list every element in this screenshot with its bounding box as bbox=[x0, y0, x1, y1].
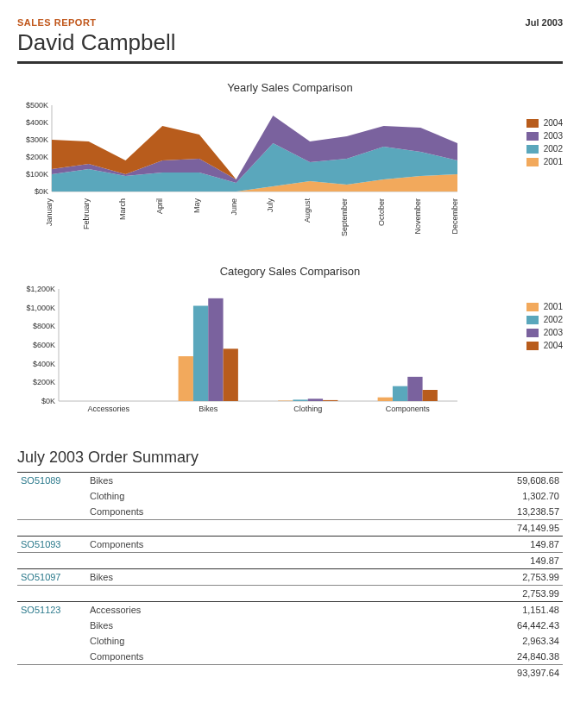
table-row: Clothing1,302.70 bbox=[17, 488, 563, 504]
svg-text:December: December bbox=[451, 198, 459, 235]
svg-text:October: October bbox=[377, 198, 386, 226]
table-row: SO51093Components149.87 bbox=[17, 537, 563, 553]
svg-text:$1,000K: $1,000K bbox=[26, 304, 55, 312]
order-id[interactable] bbox=[17, 649, 86, 665]
legend-item: 2003 bbox=[526, 328, 563, 337]
order-category: Clothing bbox=[86, 488, 350, 504]
svg-text:April: April bbox=[155, 198, 164, 214]
svg-text:$600K: $600K bbox=[33, 341, 55, 349]
legend-swatch bbox=[526, 342, 539, 350]
svg-text:$100K: $100K bbox=[26, 170, 48, 179]
header-rule bbox=[17, 61, 563, 64]
svg-text:September: September bbox=[340, 198, 349, 236]
svg-text:$0K: $0K bbox=[35, 187, 48, 196]
table-row: Bikes64,442.43 bbox=[17, 618, 563, 633]
legend-label: 2004 bbox=[544, 341, 563, 350]
order-id[interactable] bbox=[17, 488, 86, 504]
svg-rect-40 bbox=[293, 399, 307, 401]
legend-label: 2002 bbox=[544, 144, 563, 154]
svg-text:May: May bbox=[192, 198, 201, 214]
svg-rect-36 bbox=[208, 298, 223, 401]
order-id[interactable] bbox=[17, 504, 86, 520]
order-summary-title: July 2003 Order Summary bbox=[17, 449, 563, 467]
table-row: Components24,840.38 bbox=[17, 649, 563, 665]
svg-rect-42 bbox=[323, 400, 337, 401]
svg-rect-45 bbox=[393, 386, 407, 401]
svg-text:$300K: $300K bbox=[26, 135, 48, 144]
report-label: SALES REPORT bbox=[17, 17, 563, 28]
chart-title: Category Sales Comparison bbox=[17, 265, 563, 278]
order-category: Components bbox=[86, 504, 350, 520]
legend-item: 2002 bbox=[526, 315, 563, 324]
svg-text:Accessories: Accessories bbox=[87, 405, 129, 413]
svg-text:$200K: $200K bbox=[33, 378, 55, 386]
svg-text:$800K: $800K bbox=[33, 322, 55, 330]
legend-item: 2001 bbox=[526, 302, 563, 311]
report-name: David Campbell bbox=[17, 29, 563, 56]
svg-text:$400K: $400K bbox=[33, 360, 55, 368]
svg-rect-47 bbox=[423, 390, 438, 401]
legend-swatch bbox=[526, 329, 539, 337]
order-category: Bikes bbox=[86, 569, 350, 586]
order-subtotal-row: 149.87 bbox=[17, 553, 563, 569]
svg-text:$400K: $400K bbox=[26, 118, 48, 127]
order-subtotal-row: 74,149.95 bbox=[17, 520, 563, 537]
order-subtotal: 93,397.64 bbox=[350, 665, 563, 681]
order-amount: 24,840.38 bbox=[350, 649, 563, 665]
header: SALES REPORT Jul 2003 David Campbell bbox=[17, 17, 563, 56]
table-row: SO51123Accessories1,151.48 bbox=[17, 602, 563, 618]
order-id[interactable] bbox=[17, 618, 86, 633]
svg-text:Components: Components bbox=[386, 405, 431, 413]
area-chart-svg: $0K$100K$200K$300K$400K$500KJanuaryFebru… bbox=[17, 101, 518, 239]
legend-item: 2002 bbox=[526, 144, 563, 154]
orders-table: SO51089Bikes59,608.68Clothing1,302.70Com… bbox=[17, 473, 563, 681]
legend-item: 2001 bbox=[526, 157, 563, 166]
svg-text:January: January bbox=[45, 198, 54, 227]
order-category: Accessories bbox=[86, 602, 350, 618]
legend-item: 2003 bbox=[526, 131, 563, 141]
legend-item: 2004 bbox=[526, 118, 563, 128]
svg-rect-44 bbox=[378, 398, 393, 401]
order-id[interactable] bbox=[17, 633, 86, 649]
chart-legend: 2001200220032004 bbox=[526, 302, 563, 354]
order-amount: 2,963.34 bbox=[350, 633, 563, 649]
order-id[interactable]: SO51093 bbox=[17, 537, 86, 553]
order-category: Components bbox=[86, 537, 350, 553]
svg-text:June: June bbox=[230, 198, 238, 216]
svg-text:Bikes: Bikes bbox=[199, 405, 218, 413]
order-id[interactable]: SO51123 bbox=[17, 602, 86, 618]
legend-item: 2004 bbox=[526, 341, 563, 350]
svg-text:July: July bbox=[266, 198, 274, 213]
chart-title: Yearly Sales Comparison bbox=[17, 81, 563, 94]
legend-label: 2001 bbox=[544, 302, 563, 311]
order-id[interactable]: SO51097 bbox=[17, 569, 86, 586]
legend-label: 2003 bbox=[544, 328, 563, 337]
svg-text:November: November bbox=[413, 198, 422, 235]
order-id[interactable]: SO51089 bbox=[17, 473, 86, 488]
report-date: Jul 2003 bbox=[526, 17, 563, 28]
legend-swatch bbox=[526, 316, 539, 324]
order-amount: 59,608.68 bbox=[350, 473, 563, 488]
order-amount: 64,442.43 bbox=[350, 618, 563, 633]
order-category: Components bbox=[86, 649, 350, 665]
chart-legend: 2004200320022001 bbox=[526, 118, 563, 170]
table-row: Components13,238.57 bbox=[17, 504, 563, 520]
legend-label: 2001 bbox=[544, 157, 563, 166]
order-amount: 149.87 bbox=[350, 537, 563, 553]
svg-text:August: August bbox=[303, 198, 312, 223]
order-subtotal-row: 93,397.64 bbox=[17, 665, 563, 681]
legend-label: 2004 bbox=[544, 118, 563, 128]
yearly-sales-chart: Yearly Sales Comparison $0K$100K$200K$30… bbox=[17, 81, 563, 239]
legend-swatch bbox=[526, 158, 539, 166]
svg-rect-46 bbox=[407, 377, 422, 401]
legend-swatch bbox=[526, 119, 539, 128]
svg-rect-39 bbox=[278, 400, 293, 401]
svg-rect-41 bbox=[308, 399, 323, 401]
category-sales-chart: Category Sales Comparison $0K$200K$400K$… bbox=[17, 265, 563, 423]
svg-text:February: February bbox=[82, 198, 91, 230]
table-row: SO51089Bikes59,608.68 bbox=[17, 473, 563, 488]
svg-text:March: March bbox=[118, 198, 127, 220]
order-subtotal: 74,149.95 bbox=[350, 520, 563, 537]
svg-text:$1,200K: $1,200K bbox=[26, 285, 55, 293]
svg-text:$500K: $500K bbox=[26, 101, 48, 110]
